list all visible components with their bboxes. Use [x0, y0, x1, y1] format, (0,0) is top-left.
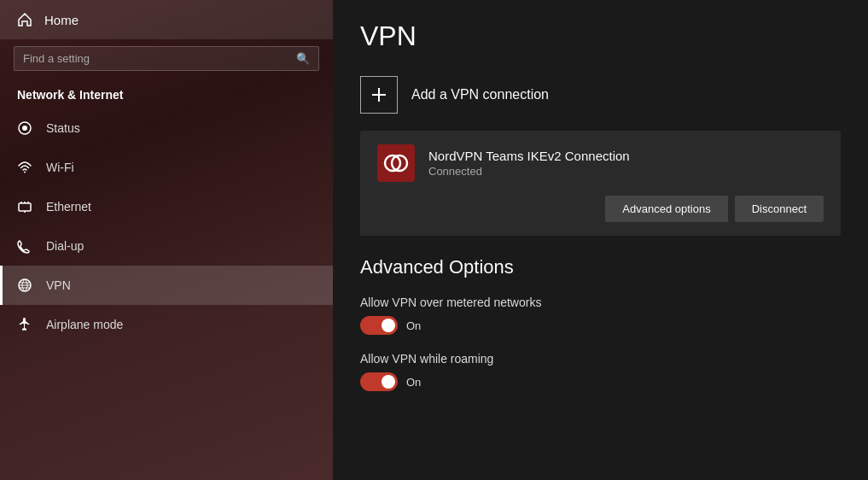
- status-icon: [17, 120, 32, 136]
- option-metered-networks: Allow VPN over metered networks On: [360, 296, 841, 335]
- airplane-icon: [17, 317, 32, 332]
- sidebar-item-label: Airplane mode: [46, 318, 123, 331]
- svg-rect-3: [19, 203, 31, 211]
- roaming-toggle-label: On: [406, 376, 421, 389]
- sidebar-item-dialup[interactable]: Dial-up: [0, 226, 333, 266]
- sidebar-item-label: Wi-Fi: [46, 161, 74, 174]
- sidebar-item-label: Dial-up: [46, 239, 84, 253]
- sidebar-item-home[interactable]: Home: [0, 0, 333, 39]
- sidebar-item-label: VPN: [46, 278, 71, 292]
- search-box[interactable]: 🔍: [14, 46, 319, 71]
- vpn-info: NordVPN Teams IKEv2 Connection Connected: [428, 149, 824, 178]
- option-metered-toggle-row: On: [360, 316, 841, 335]
- add-vpn-icon: [360, 76, 398, 114]
- wifi-icon: [17, 160, 32, 175]
- search-input[interactable]: [23, 52, 296, 65]
- svg-point-2: [24, 172, 26, 173]
- advanced-options-button[interactable]: Advanced options: [605, 196, 727, 222]
- sidebar-item-status[interactable]: Status: [0, 108, 333, 148]
- sidebar-item-label: Status: [46, 121, 80, 135]
- option-roaming: Allow VPN while roaming On: [360, 352, 841, 391]
- option-metered-label: Allow VPN over metered networks: [360, 296, 841, 309]
- sidebar: Home 🔍 Network & Internet Status Wi-Fi: [0, 0, 333, 480]
- sidebar-item-vpn[interactable]: VPN: [0, 266, 333, 305]
- sidebar-item-label: Ethernet: [46, 200, 91, 214]
- vpn-card-header: NordVPN Teams IKEv2 Connection Connected: [377, 144, 824, 182]
- advanced-options-title: Advanced Options: [360, 256, 841, 278]
- add-vpn-button[interactable]: Add a VPN connection: [360, 73, 841, 117]
- option-roaming-toggle-row: On: [360, 372, 841, 391]
- home-label: Home: [44, 13, 79, 27]
- add-vpn-label: Add a VPN connection: [411, 87, 549, 102]
- ethernet-icon: [17, 199, 32, 214]
- vpn-connection-card: NordVPN Teams IKEv2 Connection Connected…: [360, 131, 841, 236]
- main-content: VPN Add a VPN connection NordVPN Teams I…: [333, 0, 868, 480]
- vpn-logo: [377, 144, 415, 182]
- page-title: VPN: [360, 20, 841, 52]
- disconnect-button[interactable]: Disconnect: [735, 196, 824, 222]
- search-icon: 🔍: [296, 52, 310, 65]
- sidebar-item-ethernet[interactable]: Ethernet: [0, 187, 333, 226]
- vpn-name: NordVPN Teams IKEv2 Connection: [428, 149, 824, 163]
- dialup-icon: [17, 238, 32, 254]
- metered-networks-toggle[interactable]: [360, 316, 398, 335]
- sidebar-section-title: Network & Internet: [0, 78, 333, 108]
- vpn-status: Connected: [428, 165, 824, 178]
- sidebar-item-airplane[interactable]: Airplane mode: [0, 305, 333, 344]
- metered-toggle-label: On: [406, 319, 421, 332]
- svg-point-1: [22, 126, 27, 131]
- roaming-toggle[interactable]: [360, 372, 398, 391]
- option-roaming-label: Allow VPN while roaming: [360, 352, 841, 366]
- home-icon: [17, 12, 32, 27]
- sidebar-item-wifi[interactable]: Wi-Fi: [0, 148, 333, 187]
- vpn-icon: [17, 278, 32, 293]
- vpn-actions: Advanced options Disconnect: [377, 196, 824, 222]
